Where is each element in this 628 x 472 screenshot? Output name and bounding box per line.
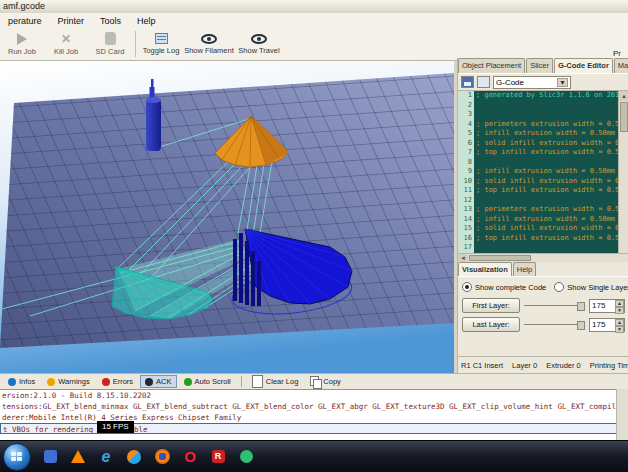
taskbar-media-center[interactable] — [36, 443, 64, 471]
gcode-line: 2 — [458, 101, 618, 111]
tab-object-placement[interactable]: Object Placement — [458, 58, 525, 73]
spinner-down-icon[interactable]: ▼ — [615, 326, 624, 333]
spinner-down-icon[interactable]: ▼ — [615, 307, 624, 314]
menu-help[interactable]: Help — [129, 16, 164, 26]
ack-icon — [145, 378, 153, 386]
gcode-line: 12 — [458, 196, 618, 206]
radio-show-single-layer[interactable]: Show Single Layer — [554, 282, 628, 292]
opera-icon: O — [184, 449, 196, 464]
spinner-up-icon[interactable]: ▲ — [615, 319, 624, 326]
taskbar-app[interactable] — [232, 443, 260, 471]
info-icon — [8, 378, 16, 386]
sd-card-icon — [105, 32, 116, 45]
vlc-icon — [71, 450, 85, 463]
copy-icon — [310, 376, 320, 387]
kill-job-button[interactable]: ✕ Kill Job — [44, 28, 88, 60]
title-bar: amf.gcode — [0, 0, 628, 13]
taskbar-vlc[interactable] — [64, 443, 92, 471]
editor-vertical-scrollbar[interactable]: ▲ — [618, 91, 628, 253]
gcode-line: 6; solid infill extrusion width = 0.50mm — [458, 139, 618, 149]
tab-gcode-editor[interactable]: G-Code Editor — [554, 58, 613, 73]
printer-settings-label[interactable]: Pr — [613, 49, 621, 58]
app-icon — [240, 450, 253, 463]
menu-temperature[interactable]: perature — [0, 16, 50, 26]
tab-visualization[interactable]: Visualization — [458, 262, 512, 276]
copy-button[interactable]: Copy — [305, 374, 346, 389]
last-layer-spinner[interactable]: 175 ▲▼ — [589, 318, 625, 332]
log-line: ersion:2.1.0 - Build 8.15.10.2202 — [0, 390, 628, 401]
log-output[interactable]: ersion:2.1.0 - Build 8.15.10.2202 tensio… — [0, 389, 628, 440]
main-toolbar: Run Job ✕ Kill Job SD Card Toggle Log Sh… — [0, 28, 628, 61]
first-layer-spinner[interactable]: 175 ▲▼ — [589, 299, 625, 313]
gcode-editor[interactable]: 1; generated by Slic3r 1.1.6 on 2014-08-… — [458, 91, 618, 253]
editor-horizontal-scrollbar[interactable]: ◄ — [458, 253, 628, 262]
gcode-line: 5; infill extrusion width = 0.50mm — [458, 129, 618, 139]
tab-manual-control[interactable]: Manual Co — [614, 58, 628, 73]
3d-viewport[interactable] — [0, 61, 454, 373]
show-travel-button[interactable]: Show Travel — [235, 28, 283, 60]
scrollbar-thumb[interactable] — [469, 255, 531, 261]
windows-logo-icon — [11, 452, 22, 461]
taskbar-media-player[interactable] — [120, 443, 148, 471]
panel-tabs: Object Placement Slicer G-Code Editor Ma… — [458, 58, 628, 73]
gcode-line: 14; infill extrusion width = 0.50mm — [458, 215, 618, 225]
sd-card-button[interactable]: SD Card — [88, 28, 132, 60]
radio-show-complete-code[interactable]: Show complete Code — [462, 282, 546, 292]
auto-scroll-toggle[interactable]: Auto Scroll — [179, 375, 236, 388]
menu-tools[interactable]: Tools — [92, 16, 129, 26]
3d-scene — [0, 61, 454, 373]
taskbar-internet-explorer[interactable]: e — [92, 443, 120, 471]
spinner-up-icon[interactable]: ▲ — [615, 300, 624, 307]
log-line-selected[interactable]: t VBOs for rendering is possible — [0, 423, 628, 434]
tab-help[interactable]: Help — [513, 262, 536, 276]
taskbar-repetier[interactable]: R — [204, 443, 232, 471]
log-icon — [155, 33, 168, 44]
play-icon — [17, 33, 27, 45]
toolbar-separator — [241, 376, 242, 387]
app-window: amf.gcode perature Printer Tools Help Ru… — [0, 0, 628, 440]
scrollbar-thumb[interactable] — [620, 102, 628, 132]
new-gcode-icon[interactable] — [477, 76, 490, 88]
gcode-line: 11; top infill extrusion width = 0.50mm — [458, 186, 618, 196]
clear-log-icon — [252, 375, 263, 388]
menu-bar: perature Printer Tools Help — [0, 13, 628, 28]
media-center-icon — [44, 450, 57, 463]
slider-thumb[interactable] — [577, 302, 585, 311]
warnings-toggle[interactable]: Warnings — [42, 375, 94, 388]
gcode-line: 7; top infill extrusion width = 0.50mm — [458, 148, 618, 158]
stop-icon: ✕ — [61, 33, 71, 45]
gcode-file-dropdown[interactable]: G-Code ▼ — [493, 76, 571, 89]
editor-toolbar: G-Code ▼ — [458, 73, 628, 91]
bed-grid — [0, 73, 454, 348]
first-layer-slider[interactable] — [524, 305, 585, 306]
last-layer-slider[interactable] — [524, 324, 585, 325]
log-scrollbar[interactable] — [616, 389, 628, 440]
scroll-up-icon[interactable]: ▲ — [619, 91, 628, 101]
show-filament-button[interactable]: Show Filament — [183, 28, 235, 60]
toggle-log-button[interactable]: Toggle Log — [139, 28, 183, 60]
tab-slicer[interactable]: Slicer — [526, 58, 553, 73]
chevron-down-icon: ▼ — [557, 78, 568, 87]
clear-log-button[interactable]: Clear Log — [247, 373, 304, 390]
infos-toggle[interactable]: Infos — [3, 375, 40, 388]
ack-toggle[interactable]: ACK — [140, 375, 176, 388]
errors-toggle[interactable]: Errors — [97, 375, 138, 388]
radio-selected-icon — [462, 282, 472, 292]
run-job-button[interactable]: Run Job — [0, 28, 44, 60]
scroll-left-icon[interactable]: ◄ — [458, 254, 468, 262]
gcode-line: 1; generated by Slic3r 1.1.6 on 2014-08-… — [458, 91, 618, 101]
menu-printer[interactable]: Printer — [50, 16, 93, 26]
start-button[interactable] — [3, 443, 31, 471]
slider-thumb[interactable] — [577, 321, 585, 330]
taskbar-opera[interactable]: O — [176, 443, 204, 471]
gcode-line: 4; perimeters extrusion width = 0.50mm — [458, 120, 618, 130]
gcode-line: 9; infill extrusion width = 0.50mm — [458, 167, 618, 177]
last-layer-button[interactable]: Last Layer: — [462, 317, 520, 332]
taskbar-firefox[interactable] — [148, 443, 176, 471]
log-line: derer:Mobile Intel(R) 4 Series Express C… — [0, 412, 628, 423]
radio-unselected-icon — [554, 282, 564, 292]
visualization-tabs: Visualization Help — [458, 262, 628, 276]
save-gcode-icon[interactable] — [461, 76, 474, 88]
first-layer-button[interactable]: First Layer: — [462, 298, 520, 313]
toolbar-separator — [135, 31, 136, 57]
